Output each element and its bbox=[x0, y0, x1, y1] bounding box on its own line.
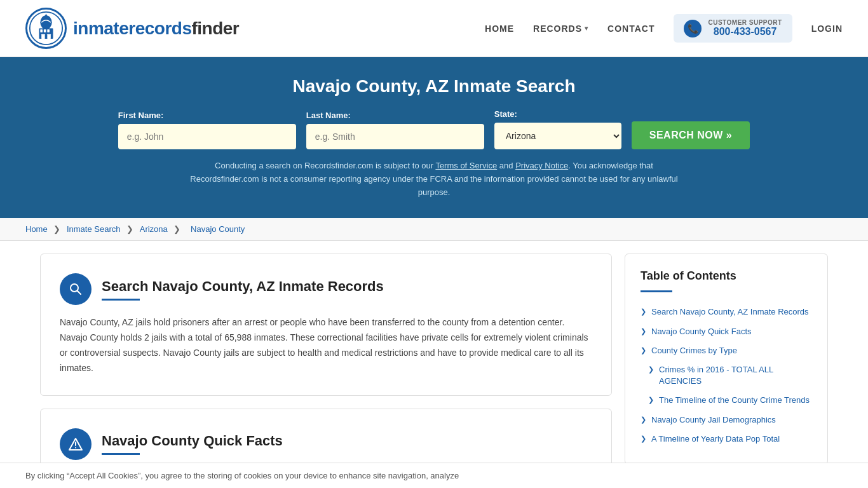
svg-rect-6 bbox=[41, 34, 45, 39]
section-header: Search Navajo County, AZ Inmate Records bbox=[60, 273, 592, 305]
chevron-right-icon: ❯ bbox=[648, 365, 654, 374]
nav-contact[interactable]: CONTACT bbox=[607, 24, 654, 34]
toc-item: ❯The Timeline of the County Crime Trends bbox=[641, 391, 812, 410]
quick-facts-header: Navajo County Quick Facts bbox=[60, 428, 592, 460]
toc-box: Table of Contents ❯Search Navajo County,… bbox=[625, 254, 828, 464]
toc-items: ❯Search Navajo County, AZ Inmate Records… bbox=[641, 302, 812, 449]
svg-rect-4 bbox=[44, 29, 46, 32]
main-content: Search Navajo County, AZ Inmate Records … bbox=[27, 254, 841, 488]
toc-item: ❯Navajo County Quick Facts bbox=[641, 322, 812, 341]
main-nav: HOME RECORDS ▾ CONTACT 📞 CUSTOMER SUPPOR… bbox=[485, 14, 843, 43]
chevron-right-icon: ❯ bbox=[641, 435, 646, 443]
breadcrumb-sep2: ❯ bbox=[126, 224, 136, 234]
search-icon-circle bbox=[60, 273, 92, 305]
cookie-banner: By clicking “Accept All Cookies”, you ag… bbox=[0, 463, 868, 488]
search-banner: Navajo County, AZ Inmate Search First Na… bbox=[0, 57, 868, 218]
quick-facts-title-block: Navajo County Quick Facts bbox=[102, 433, 283, 455]
search-button[interactable]: SEARCH NOW » bbox=[632, 121, 750, 149]
right-sidebar: Table of Contents ❯Search Navajo County,… bbox=[625, 254, 828, 488]
svg-rect-3 bbox=[40, 29, 43, 32]
customer-support-box: 📞 CUSTOMER SUPPORT 800-433-0567 bbox=[674, 14, 792, 43]
section-underline bbox=[102, 299, 140, 301]
toc-item: ❯Crimes % in 2016 - TOTAL ALL AGENCIES bbox=[641, 360, 812, 391]
search-form: First Name: Last Name: State: AlabamaAla… bbox=[25, 109, 843, 149]
svg-line-11 bbox=[78, 291, 81, 295]
last-name-group: Last Name: bbox=[306, 111, 484, 149]
cookie-text: By clicking “Accept All Cookies”, you ag… bbox=[25, 471, 459, 480]
toc-link[interactable]: Crimes % in 2016 - TOTAL ALL AGENCIES bbox=[659, 364, 812, 387]
toc-link[interactable]: Search Navajo County, AZ Inmate Records bbox=[651, 306, 809, 318]
state-group: State: AlabamaAlaskaArizonaArkansasCalif… bbox=[494, 109, 621, 149]
toc-title: Table of Contents bbox=[641, 269, 812, 283]
nav-home[interactable]: HOME bbox=[485, 24, 514, 34]
toc-item: ❯Navajo County Jail Demographics bbox=[641, 410, 812, 430]
header: inmaterecordsfinder HOME RECORDS ▾ CONTA… bbox=[0, 0, 868, 57]
toc-link[interactable]: The Timeline of the County Crime Trends bbox=[659, 395, 810, 406]
toc-item: ❯County Crimes by Type bbox=[641, 341, 812, 360]
section-title-block: Search Navajo County, AZ Inmate Records bbox=[102, 278, 384, 301]
logo-icon bbox=[25, 8, 67, 49]
breadcrumb-home[interactable]: Home bbox=[25, 224, 48, 234]
quick-facts-underline bbox=[102, 453, 140, 455]
breadcrumb-sep1: ❯ bbox=[53, 224, 63, 234]
state-select[interactable]: AlabamaAlaskaArizonaArkansasCaliforniaCo… bbox=[494, 123, 621, 149]
section-body: Navajo County, AZ jails hold prisoners a… bbox=[60, 315, 592, 376]
toc-item: ❯A Timeline of Yearly Data Pop Total bbox=[641, 430, 812, 449]
breadcrumb-arizona[interactable]: Arizona bbox=[140, 224, 168, 234]
site-name: inmaterecordsfinder bbox=[73, 18, 239, 39]
support-text: CUSTOMER SUPPORT 800-433-0567 bbox=[708, 19, 782, 37]
breadcrumb-inmate-search[interactable]: Inmate Search bbox=[67, 224, 121, 234]
toc-link[interactable]: Navajo County Quick Facts bbox=[651, 326, 752, 337]
breadcrumb: Home ❯ Inmate Search ❯ Arizona ❯ Navajo … bbox=[0, 218, 868, 241]
first-name-group: First Name: bbox=[118, 111, 296, 149]
toc-link[interactable]: A Timeline of Yearly Data Pop Total bbox=[651, 433, 780, 445]
last-name-input[interactable] bbox=[306, 124, 484, 149]
chevron-right-icon: ❯ bbox=[641, 346, 646, 355]
toc-item: ❯Search Navajo County, AZ Inmate Records bbox=[641, 302, 812, 322]
phone-icon: 📞 bbox=[684, 20, 702, 37]
chevron-right-icon: ❯ bbox=[641, 327, 646, 336]
logo-area: inmaterecordsfinder bbox=[25, 8, 239, 49]
first-name-input[interactable] bbox=[118, 124, 296, 149]
page-title: Navajo County, AZ Inmate Search bbox=[25, 76, 843, 97]
svg-point-14 bbox=[75, 447, 76, 448]
nav-login[interactable]: LOGIN bbox=[811, 24, 843, 34]
last-name-label: Last Name: bbox=[306, 111, 351, 120]
quick-facts-title: Navajo County Quick Facts bbox=[102, 433, 283, 449]
chevron-right-icon: ❯ bbox=[641, 416, 646, 424]
svg-rect-7 bbox=[47, 34, 50, 39]
inmate-records-section: Search Navajo County, AZ Inmate Records … bbox=[40, 254, 612, 395]
tos-link[interactable]: Terms of Service bbox=[435, 161, 497, 170]
warning-icon-circle bbox=[60, 428, 92, 460]
breadcrumb-sep3: ❯ bbox=[173, 224, 183, 234]
breadcrumb-current: Navajo County bbox=[191, 224, 245, 234]
section-title: Search Navajo County, AZ Inmate Records bbox=[102, 278, 384, 295]
state-label: State: bbox=[494, 109, 517, 119]
toc-divider bbox=[641, 290, 672, 292]
toc-link[interactable]: Navajo County Jail Demographics bbox=[651, 414, 776, 426]
left-content: Search Navajo County, AZ Inmate Records … bbox=[40, 254, 625, 488]
svg-rect-5 bbox=[47, 29, 50, 32]
disclaimer-text: Conducting a search on Recordsfinder.com… bbox=[180, 159, 688, 199]
first-name-label: First Name: bbox=[118, 111, 164, 120]
chevron-down-icon: ▾ bbox=[585, 25, 588, 32]
chevron-right-icon: ❯ bbox=[648, 396, 654, 404]
nav-records[interactable]: RECORDS ▾ bbox=[533, 24, 588, 34]
toc-link[interactable]: County Crimes by Type bbox=[651, 345, 737, 356]
chevron-right-icon: ❯ bbox=[641, 308, 646, 316]
privacy-link[interactable]: Privacy Notice bbox=[515, 161, 568, 170]
